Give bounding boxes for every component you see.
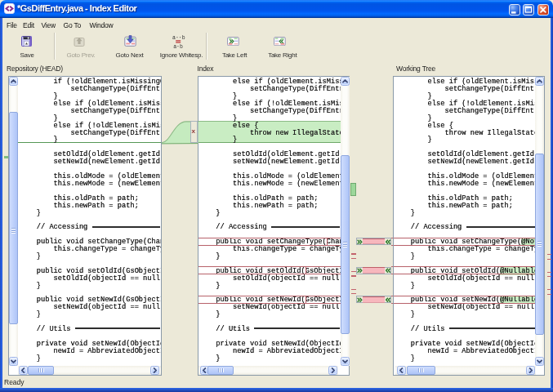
svg-text:a·b: a·b bbox=[173, 44, 183, 49]
svg-text:a··b: a··b bbox=[172, 35, 185, 41]
